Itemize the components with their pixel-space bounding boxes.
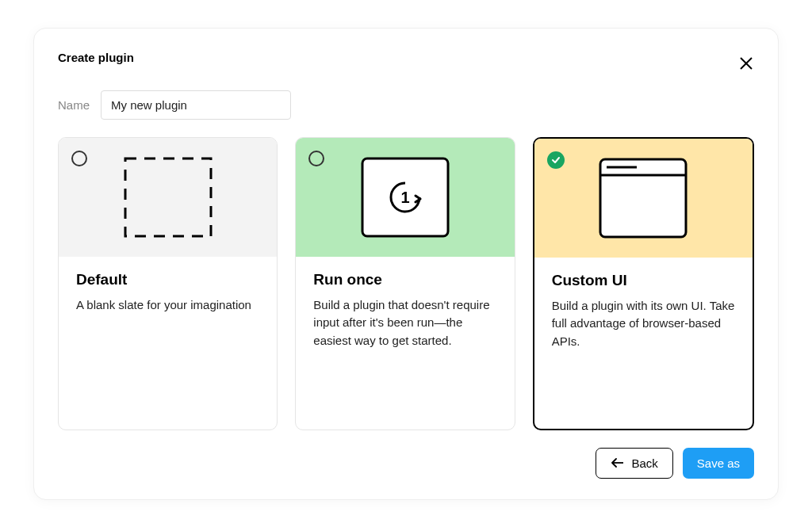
svg-text:1: 1 [400, 189, 409, 206]
option-title: Default [76, 271, 259, 288]
option-illustration-default [59, 138, 277, 257]
option-card-custom-ui[interactable]: Custom UI Build a plugin with its own UI… [533, 137, 754, 430]
close-button[interactable] [738, 55, 754, 71]
option-title: Run once [313, 271, 496, 288]
svg-rect-2 [125, 158, 211, 236]
option-body-custom-ui: Custom UI Build a plugin with its own UI… [534, 258, 753, 429]
name-row: Name [58, 90, 754, 120]
plugin-type-options: Default A blank slate for your imaginati… [58, 137, 754, 430]
arrow-left-icon [611, 458, 625, 468]
window-icon [596, 155, 691, 242]
run-once-icon: 1 [358, 154, 453, 241]
option-body-run-once: Run once Build a plugin that doesn't req… [296, 257, 514, 430]
option-description: Build a plugin that doesn't require inpu… [313, 296, 496, 350]
back-button-label: Back [631, 456, 657, 470]
plugin-name-input[interactable] [101, 90, 291, 120]
dialog-header: Create plugin [58, 51, 754, 71]
option-card-run-once[interactable]: 1 Run once Build a plugin that doesn't r… [295, 137, 515, 430]
back-button[interactable]: Back [596, 448, 672, 479]
option-description: A blank slate for your imagination [76, 296, 259, 315]
option-illustration-custom-ui [534, 139, 753, 258]
save-as-button[interactable]: Save as [683, 448, 754, 479]
create-plugin-dialog: Create plugin Name Default A blank slate… [33, 28, 779, 500]
dialog-footer: Back Save as [58, 448, 754, 479]
name-label: Name [58, 98, 90, 112]
option-illustration-run-once: 1 [296, 138, 514, 257]
radio-unchecked-icon [308, 151, 324, 166]
checkmark-icon [551, 155, 561, 165]
dashed-square-icon [121, 154, 216, 241]
dialog-title: Create plugin [58, 51, 134, 64]
option-title: Custom UI [552, 272, 735, 289]
radio-checked-icon [547, 151, 565, 169]
close-icon [739, 56, 753, 71]
save-as-button-label: Save as [697, 456, 740, 470]
option-description: Build a plugin with its own UI. Take ful… [552, 297, 735, 351]
option-card-default[interactable]: Default A blank slate for your imaginati… [58, 137, 278, 430]
radio-unchecked-icon [71, 151, 87, 166]
svg-rect-5 [600, 159, 686, 237]
option-body-default: Default A blank slate for your imaginati… [59, 257, 277, 430]
